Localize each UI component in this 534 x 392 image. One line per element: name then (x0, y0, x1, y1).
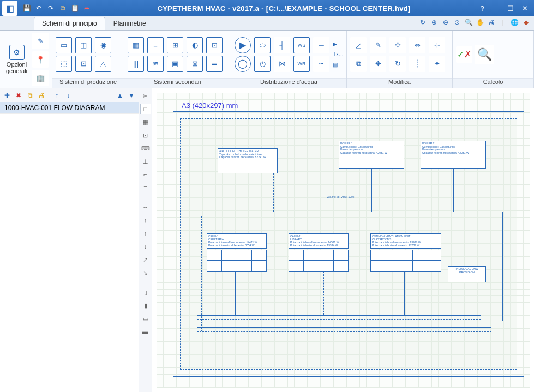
vt-block1-icon[interactable]: ▯ (140, 287, 151, 298)
vt-arrow-diag-icon[interactable]: ↗ (140, 254, 151, 265)
move-up-icon[interactable]: ↑ (52, 91, 62, 100)
play-icon[interactable]: ▶ (333, 41, 343, 47)
pencil-icon[interactable]: ✎ (370, 37, 386, 53)
eraser-icon[interactable]: ◿ (350, 37, 367, 53)
pan-icon[interactable]: ✋ (475, 17, 485, 27)
cassette-icon[interactable]: ⊡ (206, 37, 223, 53)
copy-icon[interactable]: ⧉ (58, 3, 68, 13)
pin-icon[interactable]: 📍 (32, 51, 49, 68)
chiller-block[interactable]: AIR COOLED CHILLER WATER Type: Air coole… (218, 148, 278, 173)
paste-icon[interactable]: 📋 (70, 3, 80, 13)
ahu2-unit[interactable] (289, 250, 349, 272)
zoom-out-icon[interactable]: ⊖ (441, 17, 451, 27)
vt-arrow-diag2-icon[interactable]: ↘ (140, 267, 151, 278)
close-icon[interactable]: ✕ (518, 2, 531, 15)
drawing-canvas[interactable]: A3 (420x297) mm AIR COOLED CHILLER WATER… (157, 93, 530, 388)
undo-icon[interactable]: ↶ (34, 3, 44, 13)
vt-block2-icon[interactable]: ▮ (140, 300, 151, 311)
layer-icon[interactable]: ▤ (333, 62, 343, 68)
canvas-area[interactable]: A3 (420x297) mm AIR COOLED CHILLER WATER… (152, 88, 534, 392)
pipe-supply-icon[interactable]: ─ (313, 37, 329, 53)
chiller-icon[interactable]: ▭ (56, 37, 72, 53)
vt-arrow-down-icon[interactable]: ↓ (140, 241, 151, 252)
tab-planimetrie[interactable]: Planimetrie (105, 17, 154, 30)
pipe-return-icon[interactable]: ┄ (313, 56, 329, 72)
wr-button[interactable]: WR (293, 56, 310, 72)
help-icon[interactable]: ? (476, 2, 489, 15)
delete-sheet-icon[interactable]: ✖ (14, 91, 23, 100)
zoom-window-icon[interactable]: 🔍 (464, 17, 473, 27)
copy2-icon[interactable]: ⧉ (350, 56, 367, 72)
vt-endpoint-icon[interactable]: ⌐ (140, 169, 151, 180)
pump-icon[interactable]: ▶ (235, 37, 251, 53)
expansion-icon[interactable]: ⬭ (254, 37, 271, 53)
print-icon[interactable]: 🖨 (487, 17, 496, 27)
vt-layers-icon[interactable]: ≡ (140, 182, 151, 193)
underfloor-icon[interactable]: ≋ (147, 56, 164, 72)
edit-icon[interactable]: ✎ (32, 33, 49, 49)
cooling-tower-icon[interactable]: △ (95, 56, 111, 72)
snap-icon[interactable]: ⊹ (429, 37, 445, 53)
mirror-icon[interactable]: ⇔ (409, 37, 425, 53)
boiler-fan-icon[interactable]: ◉ (95, 37, 111, 53)
tank-icon[interactable]: ◯ (235, 56, 251, 72)
minimize-icon[interactable]: — (490, 2, 503, 15)
terminal-icon[interactable]: ▣ (167, 56, 183, 72)
radiator-icon[interactable]: ||| (128, 56, 144, 72)
move-icon[interactable]: ✥ (370, 56, 386, 72)
ws-button[interactable]: WS (293, 37, 310, 53)
duct-icon[interactable]: ═ (206, 56, 223, 72)
ahu1-header[interactable]: CAHU-1 CAFETERIA Potenza totale raffresc… (207, 233, 267, 249)
ahu3-header[interactable]: COMMON VENTILATION UNIT CLASSROOMS Poten… (370, 233, 441, 249)
tab-schemi[interactable]: Schemi di principio (34, 17, 105, 30)
maximize-icon[interactable]: ☐ (504, 2, 517, 15)
zoom-fit-icon[interactable]: ⊙ (452, 17, 462, 27)
vt-block4-icon[interactable]: ▬ (140, 326, 151, 337)
vt-arrow-up-icon[interactable]: ↑ (140, 228, 151, 239)
vt-select-icon[interactable]: □ (140, 104, 151, 114)
copy-sheet-icon[interactable]: ⧉ (25, 91, 35, 100)
collapse-up-icon[interactable]: ▲ (115, 91, 125, 100)
opzioni-generali-button[interactable]: ⚙ Opzioni generali (3, 44, 30, 75)
vt-dim2-icon[interactable]: ↕ (140, 215, 151, 226)
tx-button[interactable]: Tx... (333, 51, 343, 57)
zoom-in-icon[interactable]: ⊕ (429, 17, 439, 27)
refresh-icon[interactable]: ↻ (418, 17, 428, 27)
gauge-icon[interactable]: ◷ (254, 56, 271, 72)
print-sheet-icon[interactable]: 🖨 (37, 91, 46, 100)
ahu1-unit[interactable] (207, 250, 267, 272)
vt-snap-icon[interactable]: ⊡ (140, 130, 151, 141)
export-icon[interactable]: ➦ (82, 3, 92, 13)
move-down-icon[interactable]: ↓ (63, 91, 73, 100)
split-icon[interactable]: ◐ (187, 37, 203, 53)
ahu2-header[interactable]: CAHU-2 LIBRARY Potenza totale raffrescam… (289, 233, 349, 249)
save-icon[interactable]: 💾 (22, 3, 32, 13)
ahu3-unit[interactable] (370, 250, 441, 272)
redo-icon[interactable]: ↷ (46, 3, 56, 13)
vt-dim-icon[interactable]: ↔ (140, 202, 151, 213)
crossmove-icon[interactable]: ✢ (389, 37, 406, 53)
heatpump-icon[interactable]: ◫ (75, 37, 92, 53)
vt-tools-icon[interactable]: ✂ (140, 91, 151, 101)
rooftop-icon[interactable]: ⬚ (56, 56, 72, 72)
valve-icon[interactable]: ⋈ (274, 56, 290, 72)
magic-icon[interactable]: ✦ (429, 56, 445, 72)
align-icon[interactable]: ┊ (409, 56, 425, 72)
new-sheet-icon[interactable]: ✚ (2, 91, 12, 100)
building-icon[interactable]: 🏢 (32, 70, 49, 86)
check-icon[interactable]: ✓✗ (456, 46, 472, 63)
boiler1-block[interactable]: BOILER 1 Combustibile: Gas naturale Bass… (339, 141, 404, 169)
list-item[interactable]: 1000-HVAC-001 FLOW DIAGRAM (0, 102, 139, 114)
unit-icon[interactable]: ⊡ (75, 56, 92, 72)
vrf-icon[interactable]: ⊠ (187, 56, 203, 72)
globe-icon[interactable]: 🌐 (509, 17, 519, 27)
rotate-icon[interactable]: ↻ (389, 56, 406, 72)
vt-keyboard-icon[interactable]: ⌨ (140, 143, 151, 154)
search-icon[interactable]: 🔍 (475, 45, 494, 64)
vt-block3-icon[interactable]: ▭ (140, 313, 151, 324)
coil-icon[interactable]: ≡ (147, 37, 164, 53)
vt-grid-icon[interactable]: ▦ (140, 117, 151, 128)
vt-ortho-icon[interactable]: ⊥ (140, 156, 151, 167)
dhw-block[interactable]: INDIVIDUAL DHW PROVISION (448, 266, 486, 282)
boiler2-block[interactable]: BOILER 2 Combustibile: Gas naturale Bass… (421, 141, 486, 169)
